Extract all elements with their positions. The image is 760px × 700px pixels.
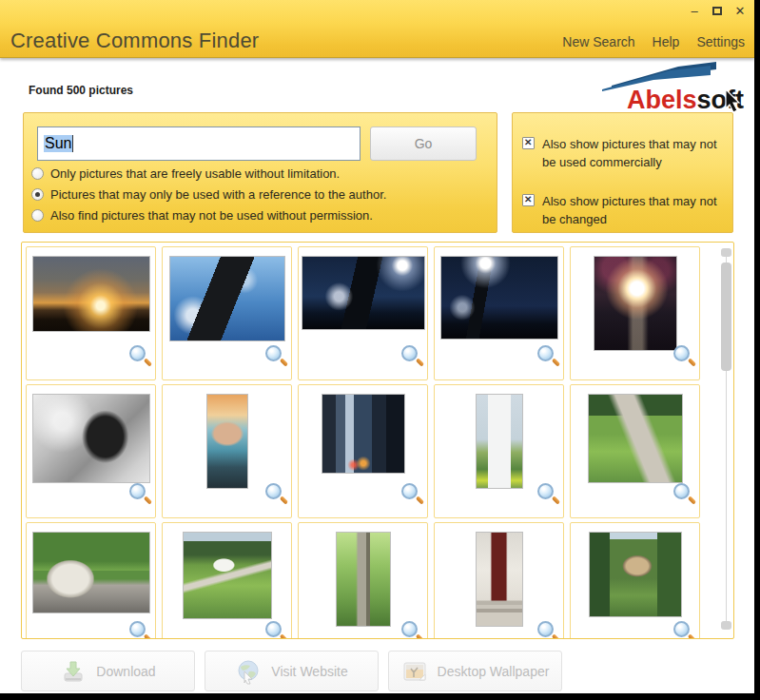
maximize-button[interactable]	[711, 4, 724, 18]
result-thumbnail[interactable]	[298, 384, 428, 518]
radio-icon[interactable]	[31, 209, 44, 222]
magnifier-icon[interactable]	[129, 621, 146, 637]
magnifier-icon[interactable]	[673, 621, 690, 637]
desktop-wallpaper-button[interactable]: Desktop Wallpaper	[388, 651, 562, 691]
app-window: – ✕ Creative Commons Finder New Search H…	[0, 0, 754, 693]
result-thumbnail[interactable]	[570, 522, 700, 639]
radio-option-attribution[interactable]: Pictures that may only be used with a re…	[31, 187, 386, 202]
result-thumbnail[interactable]	[298, 246, 428, 380]
thumbnail-image	[33, 257, 149, 331]
thumbnail-image	[477, 533, 522, 626]
scrollbar-thumb[interactable]	[721, 262, 731, 371]
magnifier-icon[interactable]	[673, 345, 690, 361]
search-panel: Sun Go Only pictures that are freely usa…	[23, 112, 497, 233]
result-thumbnail[interactable]	[162, 246, 292, 380]
checkbox-non-commercial[interactable]: Also show pictures that may not be used …	[522, 136, 722, 172]
thumbnail-image	[207, 395, 247, 488]
magnifier-icon[interactable]	[537, 621, 554, 637]
download-icon	[60, 658, 87, 685]
thumbnail-image	[337, 533, 390, 626]
wallpaper-icon	[401, 658, 428, 685]
checkbox-label: Also show pictures that may not be used …	[542, 136, 722, 172]
thumbnail-image	[590, 533, 681, 616]
magnifier-icon[interactable]	[265, 345, 282, 361]
scrollbar-down-button[interactable]	[721, 621, 731, 630]
radio-icon[interactable]	[31, 167, 44, 180]
action-label: Desktop Wallpaper	[438, 664, 550, 679]
visit-website-button[interactable]: Visit Website	[205, 651, 379, 691]
magnifier-icon[interactable]	[265, 483, 282, 499]
radio-icon[interactable]	[31, 188, 44, 201]
thumbnail-image	[170, 257, 284, 340]
header-menu: New Search Help Settings	[562, 34, 745, 49]
checkbox-icon[interactable]	[522, 137, 535, 149]
checkbox-icon[interactable]	[522, 194, 535, 206]
radio-label: Also find pictures that may not be used …	[50, 208, 373, 223]
thumbnail-image	[322, 395, 404, 473]
thumbnail-image	[589, 395, 682, 482]
close-button[interactable]: ✕	[733, 5, 747, 18]
thumbnail-image	[302, 257, 424, 329]
menu-settings[interactable]: Settings	[696, 34, 745, 49]
magnifier-icon[interactable]	[129, 345, 146, 361]
checkbox-no-change[interactable]: Also show pictures that may not be chang…	[522, 193, 722, 229]
action-bar: Download Visit Website Desktop Wallpaper	[0, 645, 754, 693]
maximize-icon	[712, 7, 722, 15]
menu-new-search[interactable]: New Search	[562, 34, 634, 49]
abelssoft-logo: Abelssoft	[594, 61, 747, 116]
filter-panel: Also show pictures that may not be used …	[512, 112, 733, 233]
magnifier-icon[interactable]	[673, 483, 690, 499]
result-thumbnail[interactable]	[298, 522, 428, 639]
results-grid	[21, 242, 734, 639]
result-thumbnail[interactable]	[570, 246, 700, 380]
checkbox-label: Also show pictures that may not be chang…	[542, 193, 722, 229]
minimize-button[interactable]: –	[688, 5, 701, 18]
radio-option-no-permission[interactable]: Also find pictures that may not be used …	[31, 208, 373, 223]
magnifier-icon[interactable]	[129, 483, 146, 499]
result-thumbnail[interactable]	[26, 522, 156, 639]
thumbnail-image	[184, 533, 271, 618]
page-title: Creative Commons Finder	[10, 29, 259, 53]
result-thumbnail[interactable]	[434, 246, 564, 380]
thumbnail-image	[441, 257, 557, 339]
window-controls: – ✕	[688, 4, 747, 18]
magnifier-icon[interactable]	[537, 345, 554, 361]
magnifier-icon[interactable]	[537, 483, 554, 499]
result-thumbnail[interactable]	[434, 522, 564, 639]
result-thumbnail[interactable]	[26, 384, 156, 518]
go-button[interactable]: Go	[370, 126, 477, 161]
thumbnail-image	[33, 395, 149, 482]
thumbnail-image	[477, 395, 522, 488]
magnifier-icon[interactable]	[401, 345, 418, 361]
result-thumbnail[interactable]	[26, 246, 156, 380]
radio-label: Pictures that may only be used with a re…	[50, 187, 386, 202]
header-bar: – ✕ Creative Commons Finder New Search H…	[0, 0, 754, 58]
search-input[interactable]: Sun	[37, 126, 361, 161]
magnifier-icon[interactable]	[401, 621, 418, 637]
search-query-selected-text: Sun	[44, 135, 72, 152]
menu-help[interactable]: Help	[653, 34, 680, 49]
action-label: Download	[96, 664, 155, 679]
result-thumbnail[interactable]	[162, 522, 292, 639]
scrollbar-up-button[interactable]	[721, 248, 731, 257]
magnifier-icon[interactable]	[265, 621, 282, 637]
result-thumbnail[interactable]	[434, 384, 564, 518]
result-thumbnail[interactable]	[570, 384, 700, 518]
globe-icon	[235, 658, 262, 685]
action-label: Visit Website	[271, 664, 347, 679]
thumbnail-image	[594, 257, 676, 350]
thumbnail-image	[33, 533, 149, 612]
result-thumbnail[interactable]	[162, 384, 292, 518]
logo-text-red: Abels	[627, 86, 697, 114]
magnifier-icon[interactable]	[401, 483, 418, 499]
radio-label: Only pictures that are freely usable wit…	[50, 166, 340, 181]
text-caret	[72, 135, 73, 152]
radio-option-free-use[interactable]: Only pictures that are freely usable wit…	[31, 166, 340, 181]
download-button[interactable]: Download	[21, 651, 195, 691]
results-count: Found 500 pictures	[29, 84, 133, 97]
